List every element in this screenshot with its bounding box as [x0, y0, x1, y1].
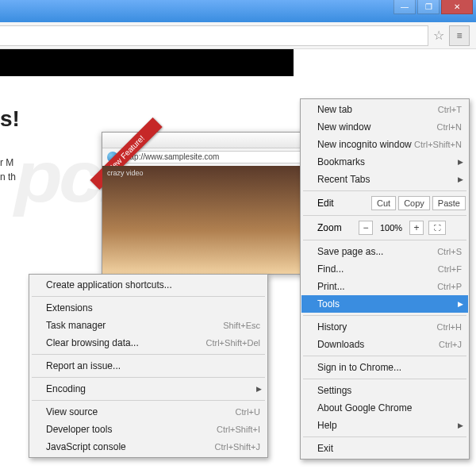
menu-help[interactable]: Help▶ — [301, 417, 468, 434]
chrome-menu-button[interactable]: ≡ — [449, 25, 470, 46]
shortcut: Ctrl+Shift+J — [215, 442, 260, 452]
menu-settings[interactable]: Settings — [301, 382, 468, 399]
menu-separator — [32, 377, 265, 378]
menu-label: New incognito window — [317, 139, 412, 150]
menu-separator — [32, 400, 265, 401]
menu-label: Edit — [317, 198, 369, 209]
menu-label: Create application shortcuts... — [46, 279, 172, 290]
zoom-value: 100% — [378, 223, 405, 233]
menu-label: Tools — [317, 298, 340, 310]
menu-separator — [303, 315, 466, 316]
menu-new-tab[interactable]: New tabCtrl+T — [301, 101, 468, 118]
menu-label: Print... — [317, 281, 345, 292]
menu-separator — [32, 296, 265, 297]
page-content: pcrisk.com s! r M n th New Feature! http… — [0, 49, 476, 473]
para-line-2: n th — [0, 171, 16, 183]
submenu-developer-tools[interactable]: Developer toolsCtrl+Shift+I — [30, 421, 267, 438]
menu-label: JavaScript console — [46, 441, 126, 452]
menu-label: Bookmarks — [317, 156, 365, 167]
menu-downloads[interactable]: DownloadsCtrl+J — [301, 336, 468, 353]
menu-label: New tab — [317, 104, 352, 115]
fullscreen-button[interactable]: ⛶ — [428, 221, 446, 235]
menu-save-page[interactable]: Save page as...Ctrl+S — [301, 243, 468, 260]
menu-label: Exit — [317, 443, 333, 454]
menu-separator — [303, 379, 466, 379]
menu-sign-in[interactable]: Sign in to Chrome... — [301, 359, 468, 376]
submenu-clear-browsing-data[interactable]: Clear browsing data...Ctrl+Shift+Del — [30, 334, 267, 352]
zoom-out-button[interactable]: − — [359, 221, 373, 235]
preview-body: crazy video — [102, 166, 307, 274]
shortcut: Ctrl+Shift+N — [414, 140, 462, 149]
minimize-button[interactable]: — — [393, 0, 416, 14]
copy-button[interactable]: Copy — [398, 196, 430, 210]
paste-button[interactable]: Paste — [432, 196, 466, 210]
shortcut: Ctrl+J — [439, 340, 462, 349]
menu-separator — [303, 356, 466, 356]
cut-button[interactable]: Cut — [371, 196, 396, 210]
maximize-button[interactable]: ❐ — [417, 0, 440, 14]
menu-separator — [303, 240, 466, 240]
shortcut: Ctrl+Shift+Del — [206, 338, 260, 348]
menu-exit[interactable]: Exit — [301, 440, 468, 457]
page-header-band — [0, 49, 294, 76]
menu-label: Report an issue... — [46, 360, 121, 371]
submenu-task-manager[interactable]: Task managerShift+Esc — [30, 317, 267, 334]
zoom-in-button[interactable]: + — [409, 221, 424, 235]
menu-label: Clear browsing data... — [46, 337, 139, 348]
shortcut: Ctrl+H — [437, 322, 462, 332]
menu-label: Save page as... — [317, 246, 383, 257]
menu-tools[interactable]: Tools▶ — [301, 295, 468, 313]
menu-new-incognito[interactable]: New incognito windowCtrl+Shift+N — [301, 136, 468, 153]
menu-about[interactable]: About Google Chrome — [301, 399, 468, 417]
close-button[interactable]: ✕ — [441, 0, 473, 14]
chrome-main-menu: New tabCtrl+T New windowCtrl+N New incog… — [300, 98, 470, 460]
submenu-report-issue[interactable]: Report an issue... — [30, 357, 267, 375]
menu-find[interactable]: Find...Ctrl+F — [301, 260, 468, 278]
tools-submenu: Create application shortcuts... Extensio… — [29, 274, 268, 458]
submenu-arrow-icon: ▶ — [458, 175, 463, 183]
shortcut: Shift+Esc — [223, 321, 260, 330]
menu-new-window[interactable]: New windowCtrl+N — [301, 118, 468, 136]
menu-label: New window — [317, 121, 370, 133]
menu-label: Task manager — [46, 320, 106, 331]
menu-zoom-row: Zoom − 100% + ⛶ — [301, 218, 468, 237]
menu-label: Recent Tabs — [317, 174, 370, 185]
menu-label: About Google Chrome — [317, 402, 412, 413]
submenu-create-shortcuts[interactable]: Create application shortcuts... — [30, 276, 267, 294]
submenu-arrow-icon: ▶ — [458, 421, 463, 429]
menu-label: Find... — [317, 263, 344, 275]
menu-label: Sign in to Chrome... — [317, 362, 401, 373]
shortcut: Ctrl+Shift+I — [217, 425, 260, 434]
menu-separator — [303, 190, 466, 191]
para-line-1: r M — [0, 157, 13, 168]
menu-history[interactable]: HistoryCtrl+H — [301, 318, 468, 336]
menu-separator — [303, 215, 466, 216]
menu-label: Extensions — [46, 302, 93, 313]
browser-toolbar: ☆ ≡ — [0, 22, 476, 49]
menu-label: View source — [46, 406, 98, 417]
submenu-arrow-icon: ▶ — [458, 158, 463, 166]
menu-label: Developer tools — [46, 424, 112, 435]
shortcut: Ctrl+S — [437, 247, 462, 256]
preview-window: New Feature! http://www.samplesite.com c… — [102, 132, 308, 275]
address-bar[interactable] — [0, 25, 428, 46]
shortcut: Ctrl+F — [438, 264, 462, 274]
menu-label: Zoom — [317, 222, 354, 233]
shortcut: Ctrl+N — [437, 122, 462, 132]
submenu-view-source[interactable]: View sourceCtrl+U — [30, 403, 267, 421]
menu-recent-tabs[interactable]: Recent Tabs▶ — [301, 171, 468, 188]
menu-label: Encoding — [46, 383, 86, 394]
shortcut: Ctrl+P — [437, 282, 462, 291]
menu-label: History — [317, 321, 347, 333]
submenu-arrow-icon: ▶ — [458, 300, 463, 308]
menu-edit-row: Edit Cut Copy Paste — [301, 194, 468, 213]
bookmark-star-icon[interactable]: ☆ — [433, 28, 444, 43]
menu-bookmarks[interactable]: Bookmarks▶ — [301, 153, 468, 171]
submenu-javascript-console[interactable]: JavaScript consoleCtrl+Shift+J — [30, 438, 267, 456]
menu-label: Downloads — [317, 339, 364, 350]
preview-body-label: crazy video — [107, 169, 144, 177]
menu-label: Help — [317, 420, 337, 431]
submenu-encoding[interactable]: Encoding▶ — [30, 380, 267, 398]
submenu-extensions[interactable]: Extensions — [30, 299, 267, 317]
menu-print[interactable]: Print...Ctrl+P — [301, 278, 468, 295]
